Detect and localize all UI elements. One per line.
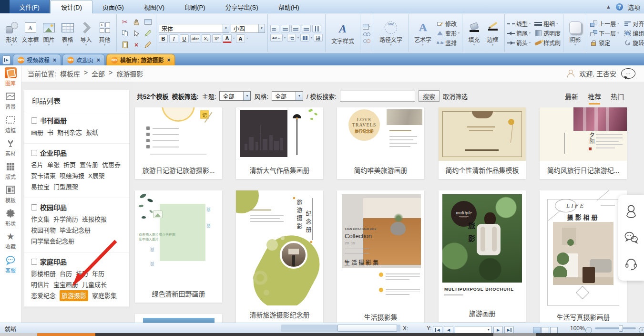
rail-item-shape[interactable]: 形状 bbox=[0, 206, 21, 229]
rail-item-favorites[interactable]: ★ 收藏 bbox=[0, 229, 21, 252]
breadcrumb-all[interactable]: 全部 bbox=[92, 69, 105, 78]
rail-item-border[interactable]: 边框 bbox=[0, 112, 21, 136]
template-card[interactable]: 1JAN 2015-1 MAR 2019 Collection 20_19 生活… bbox=[337, 190, 424, 323]
wechat-icon[interactable] bbox=[624, 230, 639, 245]
tab-scroll-button[interactable]: ▶ bbox=[2, 55, 10, 64]
columns-button[interactable] bbox=[300, 34, 309, 42]
last-page-button[interactable]: ▶ bbox=[504, 326, 514, 334]
help-icon[interactable]: ? bbox=[616, 3, 623, 10]
bring-forward-button[interactable]: 上一层▾ bbox=[590, 20, 619, 28]
opacity-button[interactable]: 透明度 bbox=[534, 29, 561, 37]
previous-page-button[interactable]: ◀ bbox=[444, 326, 453, 334]
scrollbar-thumb[interactable] bbox=[337, 325, 397, 332]
view-mode-icon[interactable] bbox=[533, 327, 541, 334]
link-family-album[interactable]: 家庭影集 bbox=[92, 290, 117, 301]
first-page-button[interactable]: ◀ bbox=[433, 326, 442, 334]
superscript-button[interactable]: X² bbox=[212, 34, 221, 43]
menu-file-button[interactable]: 文件(F) bbox=[10, 0, 50, 13]
rail-item-layout[interactable]: 版式 bbox=[0, 159, 21, 182]
link-newspaper[interactable]: 报纸 bbox=[86, 127, 98, 138]
search-button[interactable]: 搜索 bbox=[419, 90, 440, 102]
breadcrumb-travel-photography[interactable]: 旅游摄影 bbox=[116, 69, 143, 78]
link-year-calendar[interactable]: 年历 bbox=[92, 268, 104, 279]
link-desk-calendar[interactable]: 台历 bbox=[60, 268, 72, 279]
link-x-stand[interactable]: X展架 bbox=[88, 170, 105, 181]
breadcrumb-template-library[interactable]: 模板库 bbox=[60, 69, 80, 78]
qq-icon[interactable] bbox=[624, 204, 639, 219]
single-page-view-icon[interactable] bbox=[542, 327, 549, 334]
italic-button[interactable]: I bbox=[169, 34, 178, 43]
break-link-icon[interactable] bbox=[363, 39, 370, 43]
template-card-partial[interactable] bbox=[135, 314, 222, 323]
text-style-button[interactable]: A 文字样式 bbox=[328, 22, 358, 45]
close-tab-icon[interactable]: × bbox=[53, 57, 56, 63]
link-business-card[interactable]: 名片 bbox=[31, 159, 43, 170]
transform-button[interactable]: 变形▾ bbox=[436, 29, 460, 37]
picture-small-icon[interactable] bbox=[144, 19, 152, 25]
next-page-button[interactable]: ▶ bbox=[493, 326, 503, 334]
select-cursor-icon[interactable] bbox=[133, 30, 140, 37]
link-greeting-card[interactable]: 贺卡请柬 bbox=[31, 170, 56, 181]
tab-video-tutorial[interactable]: DPS 视频教程 × bbox=[13, 54, 61, 65]
path-text-button[interactable]: abc 路径文字▾ bbox=[376, 21, 406, 46]
group-button[interactable]: 编组 bbox=[624, 29, 644, 37]
arrow-head-button[interactable]: 箭头▾ bbox=[507, 39, 531, 47]
link-magazine[interactable]: 期刊杂志 bbox=[57, 127, 82, 138]
link-essay-collection[interactable]: 作文集 bbox=[31, 214, 50, 225]
template-card[interactable]: LOVE TRAVELS 旅行纪念册 简约唯美旅游画册 bbox=[337, 107, 424, 179]
align-objects-button[interactable]: 对齐 bbox=[624, 20, 644, 28]
link-wall-calendar[interactable]: 挂历 bbox=[76, 268, 88, 279]
line-type-button[interactable]: 线型▾ bbox=[507, 20, 531, 28]
zoom-slider-thumb[interactable] bbox=[619, 325, 623, 332]
template-card[interactable]: 夕阳 简约风旅行日记旅游纪... bbox=[540, 107, 627, 179]
paragraph-button[interactable]: 段 bbox=[314, 34, 323, 42]
format-pen-icon[interactable] bbox=[144, 41, 152, 49]
template-card[interactable]: 清新大气作品集画册 bbox=[236, 107, 323, 179]
link-travel-photography[interactable]: 旅游摄影 bbox=[60, 290, 88, 301]
style-select[interactable]: 全部▼ bbox=[272, 91, 303, 101]
menu-tab-print[interactable]: 印刷(P) bbox=[174, 0, 215, 13]
tab-welcome[interactable]: DPS 欢迎页 × bbox=[62, 54, 105, 65]
zoom-in-icon[interactable]: + bbox=[639, 327, 644, 334]
copy-icon[interactable] bbox=[122, 30, 128, 36]
rail-item-template[interactable]: 模板 bbox=[0, 182, 21, 206]
link-studio-album[interactable]: 影楼相册 bbox=[31, 268, 56, 279]
bold-button[interactable]: B bbox=[159, 34, 168, 43]
link-baby-album[interactable]: 宝宝画册 bbox=[53, 279, 78, 290]
link-class-paper[interactable]: 班报校报 bbox=[82, 214, 107, 225]
modify-button[interactable]: 修改 bbox=[436, 20, 460, 28]
collapse-ribbon-icon[interactable]: ▲ bbox=[606, 4, 611, 10]
insert-shape-button[interactable]: 形状▾ bbox=[2, 21, 21, 46]
template-card[interactable]: 旅游摄影 纪念册 清新旅游摄影纪念册 bbox=[236, 190, 323, 323]
rail-item-material[interactable]: 素材 bbox=[0, 136, 21, 159]
align-center-button[interactable] bbox=[281, 25, 290, 32]
template-card[interactable]: 双击插入图片或点击在图库中插入图片 》》》 》》》 》》》 》》》 绿色清新田野… bbox=[135, 190, 222, 303]
link-flyer[interactable]: 单张 bbox=[47, 159, 60, 170]
align-distribute-button[interactable] bbox=[312, 25, 321, 32]
underline-button[interactable]: U bbox=[180, 34, 189, 43]
link-postcard[interactable]: 明信片 bbox=[31, 279, 50, 290]
link-door-stand[interactable]: 门型展架 bbox=[53, 181, 78, 192]
zoom-slider[interactable] bbox=[595, 327, 636, 329]
font-color-button[interactable]: A bbox=[223, 34, 232, 43]
headset-icon[interactable] bbox=[624, 256, 639, 272]
align-justify-button[interactable] bbox=[302, 25, 311, 32]
link-book[interactable]: 书 bbox=[47, 127, 53, 138]
menu-tab-design[interactable]: 设计(D) bbox=[51, 0, 92, 13]
pen-icon[interactable] bbox=[144, 30, 152, 37]
rail-item-support[interactable]: 客服 bbox=[0, 252, 21, 276]
link-coupon[interactable]: 优惠券 bbox=[102, 159, 121, 170]
fill-button[interactable]: 填充▾ bbox=[465, 21, 483, 46]
template-card[interactable]: LIFE 摄影相册 bbox=[540, 190, 627, 323]
strikethrough-button[interactable]: abe bbox=[190, 34, 200, 43]
close-tab-icon[interactable]: × bbox=[97, 57, 100, 63]
menu-tab-page[interactable]: 页面(G) bbox=[92, 0, 134, 13]
menu-tab-help[interactable]: 帮助(H) bbox=[268, 0, 309, 13]
delete-icon[interactable]: × bbox=[134, 41, 138, 49]
link-resume[interactable]: 升学简历 bbox=[53, 214, 78, 225]
font-family-select[interactable]: 宋体▼ bbox=[159, 24, 229, 33]
paste-icon[interactable] bbox=[123, 42, 128, 48]
link-reunion-album[interactable]: 同学聚会纪念册 bbox=[31, 236, 74, 247]
subscript-button[interactable]: X₂ bbox=[202, 34, 211, 43]
link-brochure[interactable]: 宣传册 bbox=[80, 159, 98, 170]
